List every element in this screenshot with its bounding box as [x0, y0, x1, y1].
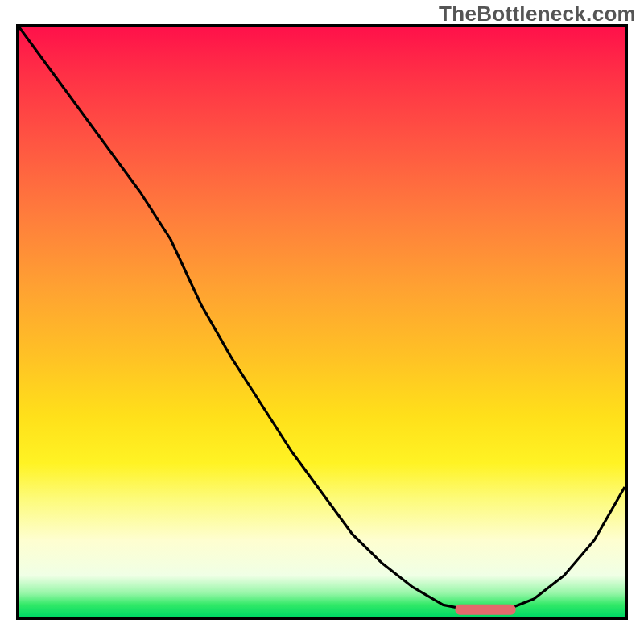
- watermark-text: TheBottleneck.com: [439, 2, 636, 27]
- bottleneck-curve: [19, 27, 625, 611]
- optimal-marker: [455, 605, 515, 615]
- plot-area: [16, 24, 628, 620]
- chart-svg: [19, 27, 625, 617]
- chart-container: TheBottleneck.com: [0, 0, 644, 644]
